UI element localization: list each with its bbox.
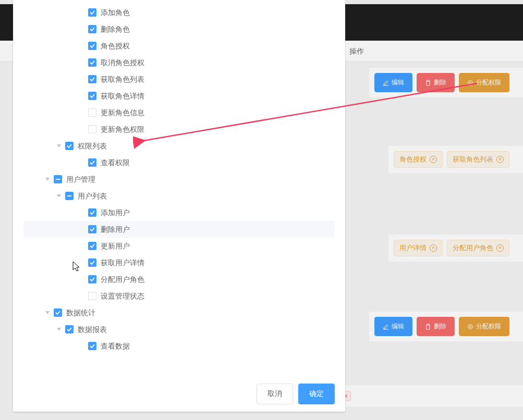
tree-node-label: 查看数据 [101, 338, 130, 354]
tree-checkbox[interactable] [88, 292, 96, 300]
dialog-footer: 取消 确定 [13, 376, 345, 412]
tree-node[interactable]: 添加角色 [23, 4, 335, 21]
tree-checkbox[interactable] [88, 342, 96, 350]
tree-node-label: 删除用户 [101, 221, 130, 238]
tree-node-label: 数据报表 [78, 321, 107, 338]
tree-node-label: 权限列表 [78, 138, 107, 154]
confirm-button[interactable]: 确定 [298, 384, 335, 404]
tree-node[interactable]: 更新角色信息 [23, 104, 335, 121]
tree-node[interactable]: 角色授权 [23, 38, 335, 54]
tree-node[interactable]: 用户列表 [23, 188, 335, 204]
cancel-button[interactable]: 取消 [257, 384, 293, 404]
tree-checkbox[interactable] [65, 142, 74, 150]
tree-checkbox[interactable] [88, 275, 96, 283]
tree-node[interactable]: 取消角色授权 [23, 54, 335, 71]
tree-node-label: 查看权限 [101, 154, 130, 171]
tree-node-label: 添加用户 [101, 204, 130, 221]
tree-node[interactable]: 获取角色详情 [23, 88, 335, 104]
tree-node-label: 用户列表 [78, 188, 107, 204]
tree-checkbox[interactable] [88, 92, 96, 100]
tree-checkbox[interactable] [88, 25, 96, 33]
expand-icon[interactable] [56, 143, 62, 149]
tree-node-label: 更新用户 [101, 238, 130, 254]
tree-node[interactable]: 更新用户 [23, 238, 335, 254]
tree-node-label: 获取角色详情 [101, 88, 144, 104]
tree-node[interactable]: 查看数据 [23, 338, 335, 354]
tree-node-label: 角色授权 [101, 38, 130, 54]
tree-node[interactable]: 获取角色列表 [23, 71, 335, 88]
tree-node[interactable]: 用户管理 [23, 171, 335, 188]
tree-checkbox[interactable] [88, 225, 96, 233]
permission-tree: 添加角色删除角色角色授权取消角色授权获取角色列表获取角色详情更新角色信息更新角色… [23, 4, 335, 354]
tree-checkbox[interactable] [88, 58, 96, 67]
tree-checkbox[interactable] [88, 258, 96, 267]
expand-icon[interactable] [44, 177, 51, 182]
tree-checkbox[interactable] [65, 192, 74, 200]
tree-node-label: 取消角色授权 [101, 54, 144, 71]
tree-checkbox[interactable] [88, 42, 96, 50]
tree-node-label: 获取角色列表 [101, 71, 144, 88]
tree-node[interactable]: 更新角色权限 [23, 121, 335, 138]
tree-node-label: 更新角色权限 [101, 121, 144, 138]
expand-icon[interactable] [44, 310, 51, 315]
tree-checkbox[interactable] [88, 8, 96, 17]
tree-node[interactable]: 数据报表 [23, 321, 335, 338]
tree-checkbox[interactable] [65, 325, 74, 333]
tree-node[interactable]: 权限列表 [23, 138, 335, 154]
tree-node[interactable]: 获取用户详情 [23, 254, 335, 271]
tree-node[interactable]: 删除用户 [23, 221, 335, 238]
tree-node-label: 设置管理状态 [101, 288, 144, 304]
tree-checkbox[interactable] [88, 125, 96, 133]
tree-checkbox[interactable] [54, 175, 62, 183]
tree-checkbox[interactable] [88, 158, 96, 167]
tree-node-label: 数据统计 [66, 304, 95, 321]
tree-node-label: 更新角色信息 [101, 104, 144, 121]
tree-node[interactable]: 分配用户角色 [23, 271, 335, 288]
tree-node[interactable]: 设置管理状态 [23, 288, 335, 304]
tree-node-label: 分配用户角色 [101, 271, 144, 288]
tree-node-label: 添加角色 [101, 4, 130, 21]
tree-checkbox[interactable] [88, 108, 96, 117]
tree-checkbox[interactable] [88, 208, 96, 217]
tree-node-label: 用户管理 [66, 171, 95, 188]
permission-dialog: 添加角色删除角色角色授权取消角色授权获取角色列表获取角色详情更新角色信息更新角色… [13, 0, 345, 412]
tree-node[interactable]: 查看权限 [23, 154, 335, 171]
tree-checkbox[interactable] [54, 308, 62, 317]
tree-node-label: 获取用户详情 [101, 254, 144, 271]
tree-node[interactable]: 删除角色 [23, 21, 335, 38]
tree-checkbox[interactable] [88, 242, 96, 250]
expand-icon[interactable] [56, 327, 62, 332]
dialog-body: 添加角色删除角色角色授权取消角色授权获取角色列表获取角色详情更新角色信息更新角色… [13, 0, 345, 376]
tree-checkbox[interactable] [88, 75, 96, 83]
tree-node[interactable]: 数据统计 [23, 304, 335, 321]
expand-icon[interactable] [56, 193, 62, 199]
tree-node[interactable]: 添加用户 [23, 204, 335, 221]
tree-node-label: 删除角色 [101, 21, 130, 38]
